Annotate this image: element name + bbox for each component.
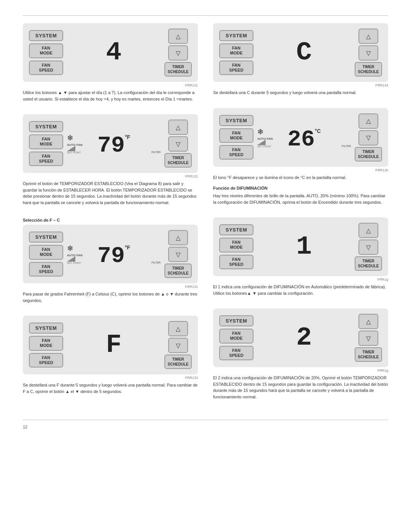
thermo-buttons-left-4: SYSTEM FANMODE FANSPEED — [29, 323, 63, 367]
caption-top-left: Utilice los botones ▲ ▼ para ajustar el … — [23, 89, 198, 102]
thermo-buttons-right-7: △ ▽ TIMERSCHEDULE — [355, 223, 382, 271]
diagram-label-1: FRR131 — [23, 83, 198, 87]
down-arrow-button-2[interactable]: ▽ — [168, 136, 188, 152]
snowflake-icon-3: ❄ — [67, 244, 73, 253]
system-button-5[interactable]: SYSTEM — [219, 30, 253, 41]
page-number: 12 — [23, 425, 388, 429]
display-value-1: 4 — [106, 40, 122, 66]
thermo-display-1: 4 — [63, 40, 164, 66]
thermo-display-5: C — [253, 40, 355, 66]
down-arrow-button-1[interactable]: ▽ — [168, 45, 188, 61]
thermo-buttons-right-1: △ ▽ TIMERSCHEDULE — [164, 29, 192, 77]
down-arrow-button-3[interactable]: ▽ — [168, 247, 188, 262]
system-button-7[interactable]: SYSTEM — [219, 224, 253, 235]
fan-mode-button-2[interactable]: FANMODE — [29, 134, 63, 149]
thermo-display-3: ❄ AUTO FAN 79 °F SET POINT FILTER — [63, 241, 164, 267]
fan-mode-button-4[interactable]: FANMODE — [29, 336, 63, 350]
thermo-buttons-right-3: △ ▽ TIMERSCHEDULE — [164, 230, 192, 278]
left-column: SYSTEM FANMODE FANSPEED 4 △ ▽ TIMERSCHED… — [23, 23, 198, 412]
system-button-3[interactable]: SYSTEM — [29, 232, 63, 243]
caption-top-right: Se destellará una C durante 5 segundos y… — [213, 89, 388, 96]
timer-schedule-button-6[interactable]: TIMERSCHEDULE — [355, 147, 382, 161]
fan-speed-button-5[interactable]: FANSPEED — [219, 61, 253, 75]
diagram-bot-right: SYSTEM FANMODE FANSPEED 2 △ ▽ TIMERSCHED… — [213, 308, 388, 405]
thermo-buttons-right-5: △ ▽ TIMERSCHEDULE — [355, 29, 382, 77]
system-button-6[interactable]: SYSTEM — [219, 115, 253, 126]
filter-label-6: FILTER — [342, 145, 351, 147]
diagram-mid-right-1: SYSTEM FANMODE FANSPEED ❄ AUTO FAN 26 °C — [213, 108, 388, 211]
fan-mode-button-6[interactable]: FANMODE — [219, 128, 253, 143]
main-grid: SYSTEM FANMODE FANSPEED 4 △ ▽ TIMERSCHED… — [23, 23, 388, 412]
thermo-buttons-right-4: △ ▽ TIMERSCHEDULE — [164, 321, 192, 369]
thermo-display-8: 2 — [253, 325, 355, 351]
caption-bot-right: El 2 indica una configuración de DIFUMIN… — [213, 375, 388, 400]
timer-schedule-button-8[interactable]: TIMERSCHEDULE — [355, 347, 382, 362]
timer-schedule-button-4[interactable]: TIMERSCHEDULE — [164, 355, 192, 369]
thermo-buttons-left-3: SYSTEM FANMODE FANSPEED — [29, 232, 63, 276]
thermostat-panel-8: SYSTEM FANMODE FANSPEED 2 △ ▽ TIMERSCHED… — [213, 308, 388, 367]
system-button-1[interactable]: SYSTEM — [29, 30, 63, 41]
timer-schedule-button-2[interactable]: TIMERSCHEDULE — [164, 153, 192, 168]
diagram-mid-left-2: SYSTEM FANMODE FANSPEED ❄ AUTO FAN 79 °F — [23, 225, 198, 309]
setpoint-label-2: SET POINT — [67, 151, 81, 154]
system-button-4[interactable]: SYSTEM — [29, 323, 63, 334]
up-arrow-button-8[interactable]: △ — [358, 314, 378, 329]
diagram-top-right: SYSTEM FANMODE FANSPEED C △ ▽ TIMERSCHED… — [213, 23, 388, 101]
down-arrow-button-8[interactable]: ▽ — [358, 331, 378, 346]
up-arrow-button-2[interactable]: △ — [168, 120, 188, 135]
fan-mode-button-5[interactable]: FANMODE — [219, 43, 253, 58]
fan-speed-button-3[interactable]: FANSPEED — [29, 262, 63, 276]
fan-speed-button-8[interactable]: FANSPEED — [219, 346, 253, 360]
up-arrow-button-3[interactable]: △ — [168, 230, 188, 245]
display-value-5: C — [296, 40, 312, 66]
thermostat-panel-5: SYSTEM FANMODE FANSPEED C △ ▽ TIMERSCHED… — [213, 23, 388, 82]
top-rule — [23, 15, 388, 16]
up-arrow-button-4[interactable]: △ — [168, 321, 188, 336]
thermo-display-4: F — [63, 332, 164, 358]
up-arrow-button-5[interactable]: △ — [358, 29, 378, 44]
thermostat-panel-6: SYSTEM FANMODE FANSPEED ❄ AUTO FAN 26 °C — [213, 108, 388, 167]
down-arrow-button-7[interactable]: ▽ — [358, 240, 378, 255]
setpoint-label-3: SET POINT — [67, 262, 81, 264]
timer-schedule-button-3[interactable]: TIMERSCHEDULE — [164, 264, 192, 278]
timer-schedule-button-1[interactable]: TIMERSCHEDULE — [164, 62, 192, 77]
diagram-label-8: FRR1g — [213, 369, 388, 372]
diagram-label-4: FRR133 — [23, 376, 198, 380]
thermo-buttons-right-8: △ ▽ TIMERSCHEDULE — [355, 314, 382, 362]
fan-mode-button-8[interactable]: FANMODE — [219, 329, 253, 343]
up-arrow-button-7[interactable]: △ — [358, 223, 378, 238]
thermostat-panel-3: SYSTEM FANMODE FANSPEED ❄ AUTO FAN 79 °F — [23, 225, 198, 283]
fan-speed-button-2[interactable]: FANSPEED — [29, 152, 63, 166]
right-column: SYSTEM FANMODE FANSPEED C △ ▽ TIMERSCHED… — [213, 23, 388, 412]
fan-speed-button-1[interactable]: FANSPEED — [29, 61, 63, 75]
system-button-2[interactable]: SYSTEM — [29, 121, 63, 132]
fan-speed-button-7[interactable]: FANSPEED — [219, 255, 253, 269]
thermo-buttons-left-7: SYSTEM FANMODE FANSPEED — [219, 224, 253, 269]
fan-mode-button-7[interactable]: FANMODE — [219, 238, 253, 252]
down-arrow-button-5[interactable]: ▽ — [358, 45, 378, 61]
fan-mode-button-3[interactable]: FANMODE — [29, 245, 63, 259]
caption-mid-right-2: El 1 indica una configuración de DIFUMIN… — [213, 284, 388, 296]
fan-mode-button-1[interactable]: FANMODE — [29, 43, 63, 58]
up-arrow-button-6[interactable]: △ — [358, 113, 378, 129]
diagram-label-7: FRR1g — [213, 278, 388, 281]
thermostat-panel-2: SYSTEM FANMODE FANSPEED ❄ AUTO FAN 79 °F — [23, 114, 198, 173]
setpoint-label-6: SET POINT — [257, 145, 271, 148]
fan-speed-button-4[interactable]: FANSPEED — [29, 353, 63, 367]
diagram-top-left: SYSTEM FANMODE FANSPEED 4 △ ▽ TIMERSCHED… — [23, 23, 198, 107]
timer-schedule-button-7[interactable]: TIMERSCHEDULE — [355, 256, 382, 271]
thermo-display-2: ❄ AUTO FAN 79 °F SET POINT FILTER — [63, 130, 164, 157]
down-arrow-button-6[interactable]: ▽ — [358, 130, 378, 145]
system-button-8[interactable]: SYSTEM — [219, 315, 253, 326]
down-arrow-button-4[interactable]: ▽ — [168, 338, 188, 353]
diagram-label-3: FRR131 — [23, 285, 198, 289]
thermo-display-7: 1 — [253, 234, 355, 260]
up-arrow-button-1[interactable]: △ — [168, 29, 188, 44]
timer-schedule-button-5[interactable]: TIMERSCHEDULE — [355, 62, 382, 77]
thermostat-panel-7: SYSTEM FANMODE FANSPEED 1 △ ▽ TIMERSCHED… — [213, 217, 388, 276]
fan-speed-button-6[interactable]: FANSPEED — [219, 145, 253, 160]
thermo-buttons-right-2: △ ▽ TIMERSCHEDULE — [164, 120, 192, 168]
diagram-label-2: FRR131 — [23, 174, 198, 178]
filter-label-3: FILTER — [151, 261, 161, 264]
diagram-mid-left-1: SYSTEM FANMODE FANSPEED ❄ AUTO FAN 79 °F — [23, 114, 198, 211]
